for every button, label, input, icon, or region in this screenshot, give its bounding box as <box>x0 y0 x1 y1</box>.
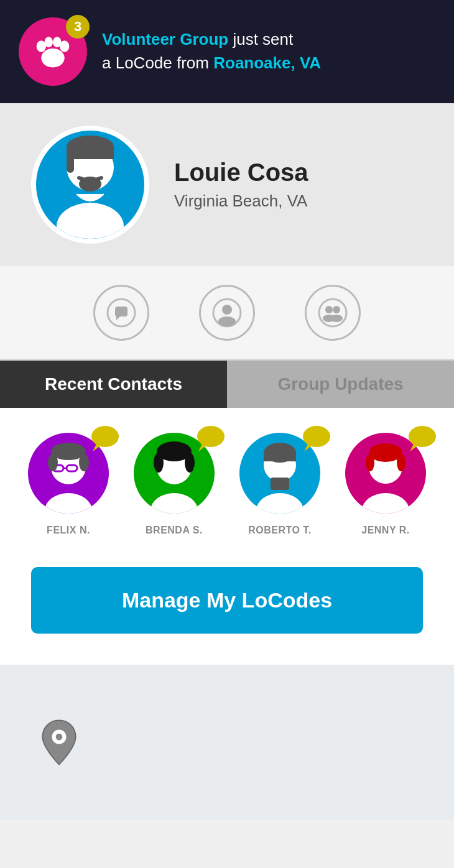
manage-section: Manage My LoCodes <box>0 567 454 665</box>
svg-point-48 <box>397 454 405 471</box>
svg-point-2 <box>44 37 53 47</box>
svg-point-14 <box>218 316 236 326</box>
group-action-button[interactable] <box>305 285 361 341</box>
contact-avatar-wrap <box>345 433 426 514</box>
svg-point-43 <box>303 426 330 447</box>
svg-point-41 <box>256 493 303 514</box>
speech-bubble-icon <box>88 424 120 451</box>
contact-name: ROBERTO T. <box>248 525 312 536</box>
profile-section: Louie Cosa Virginia Beach, VA <box>0 103 454 266</box>
chat-action-button[interactable] <box>93 285 149 341</box>
paw-icon <box>32 30 74 73</box>
speech-bubble-svg <box>405 424 437 451</box>
profile-location: Virginia Beach, VA <box>174 192 308 211</box>
avatar <box>31 126 149 244</box>
tabs-row: Recent Contacts Group Updates <box>0 359 454 408</box>
svg-point-18 <box>333 306 340 313</box>
svg-point-49 <box>362 493 409 514</box>
svg-marker-29 <box>93 444 101 451</box>
contact-name: FELIX N. <box>47 525 90 536</box>
notification-location: Roanoake, VA <box>213 53 321 72</box>
chat-icon <box>106 298 136 328</box>
speech-bubble-svg <box>193 424 226 451</box>
notification-icon-wrap: 3 <box>19 17 87 86</box>
svg-point-10 <box>79 177 101 192</box>
svg-point-36 <box>197 426 225 447</box>
notification-text: Volunteer Group just sent a LoCode from … <box>102 28 321 75</box>
group-name: Volunteer Group <box>102 30 228 48</box>
svg-point-47 <box>366 454 374 471</box>
manage-locodes-button[interactable]: Manage My LoCodes <box>31 567 423 634</box>
svg-point-0 <box>41 48 64 68</box>
svg-rect-40 <box>264 453 296 461</box>
action-icons-row <box>0 266 454 359</box>
speech-bubble-icon <box>193 424 226 451</box>
svg-point-50 <box>409 426 436 447</box>
speech-bubble-icon <box>405 424 437 451</box>
person-action-button[interactable] <box>199 285 255 341</box>
speech-bubble-svg <box>88 424 120 451</box>
svg-point-53 <box>56 734 63 741</box>
svg-point-28 <box>91 426 119 447</box>
svg-point-35 <box>151 493 198 514</box>
svg-point-19 <box>330 315 343 322</box>
group-icon <box>318 298 348 328</box>
contact-name: BRENDA S. <box>146 525 203 536</box>
svg-point-13 <box>222 305 232 315</box>
contact-item[interactable]: FELIX N. <box>25 433 112 536</box>
contacts-grid: FELIX N. <box>25 433 429 536</box>
svg-point-34 <box>159 443 189 458</box>
svg-rect-8 <box>67 147 74 173</box>
tab-group-updates[interactable]: Group Updates <box>227 361 454 408</box>
svg-marker-51 <box>410 444 419 451</box>
profile-info: Louie Cosa Virginia Beach, VA <box>174 159 308 211</box>
contact-item[interactable]: ROBERTO T. <box>236 433 323 536</box>
svg-point-15 <box>319 299 346 326</box>
profile-name: Louie Cosa <box>174 159 308 187</box>
svg-point-25 <box>48 454 58 471</box>
tab-recent-contacts[interactable]: Recent Contacts <box>0 361 227 408</box>
svg-point-33 <box>185 453 195 473</box>
contact-item[interactable]: BRENDA S. <box>131 433 218 536</box>
notification-badge: 3 <box>66 15 90 39</box>
svg-point-16 <box>325 306 333 313</box>
contact-avatar-wrap <box>28 433 109 514</box>
svg-point-26 <box>79 454 89 471</box>
contacts-section: FELIX N. <box>0 408 454 567</box>
profile-avatar-svg <box>40 133 140 239</box>
svg-point-9 <box>57 203 124 239</box>
speech-bubble-icon <box>299 424 331 451</box>
svg-rect-42 <box>271 478 289 490</box>
contact-item[interactable]: JENNY R. <box>342 433 429 536</box>
contact-name: JENNY R. <box>361 525 410 536</box>
speech-bubble-svg <box>299 424 331 451</box>
map-section <box>0 665 454 820</box>
avatar-wrap <box>31 126 149 244</box>
svg-point-32 <box>154 453 164 473</box>
svg-point-4 <box>60 40 69 52</box>
contact-avatar-wrap <box>134 433 215 514</box>
svg-marker-37 <box>198 444 207 451</box>
contact-avatar-wrap <box>239 433 320 514</box>
notification-bar: 3 Volunteer Group just sent a LoCode fro… <box>0 0 454 103</box>
person-icon <box>212 298 242 328</box>
map-pin-icon <box>37 718 81 767</box>
svg-point-27 <box>45 493 92 514</box>
svg-marker-44 <box>304 444 313 451</box>
